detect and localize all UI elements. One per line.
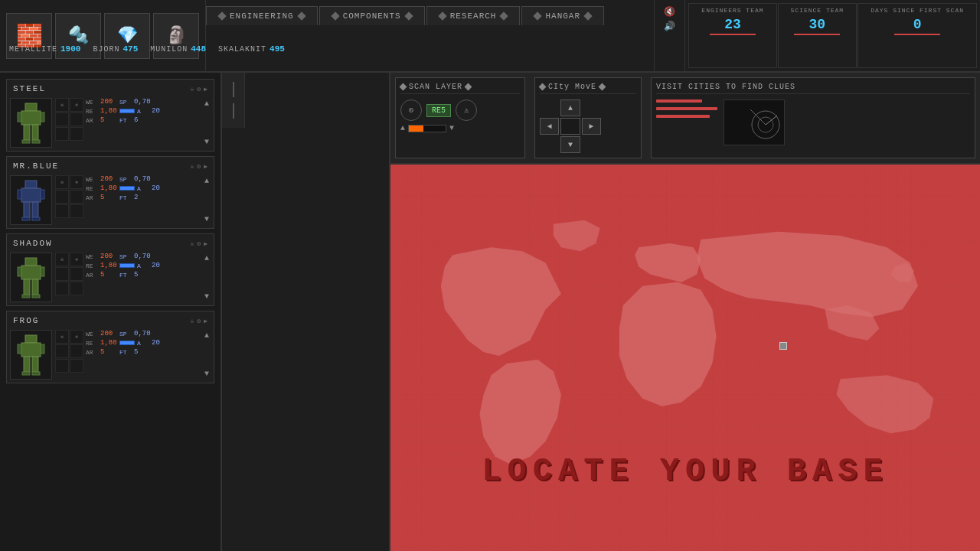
mech-body-shadow: ☠ ✛ WE 200 SP 0,70 RE 1 — [10, 253, 211, 302]
world-map[interactable]: LOCATE YOUR BASE — [390, 165, 980, 551]
svg-rect-17 — [21, 266, 41, 279]
stat-science-team: SCIENCE TEAM 30 — [778, 3, 858, 68]
mech-bar — [119, 341, 135, 345]
mech-down-arrow[interactable]: ▼ — [204, 138, 209, 146]
mech-stats-steel: WE 200 SP 0,70 RE 1,80 A 20 AR 5 — [86, 98, 200, 148]
mech-stat-row: AR 5 FT 2 — [86, 194, 200, 201]
res-bjorn: BJORN 475 — [87, 44, 144, 54]
dpad-left[interactable]: ◄ — [540, 118, 559, 135]
middle-panel — [222, 73, 390, 551]
scan-globe-button[interactable]: ⊙ — [400, 99, 422, 121]
dpad-empty — [582, 136, 601, 153]
svg-rect-0 — [25, 103, 37, 111]
stat-bar-science — [794, 34, 840, 35]
mech-icons-steel: ☠ ⚙ ▶ — [191, 86, 207, 93]
grid-cell — [55, 190, 69, 204]
grid-cell — [70, 282, 83, 295]
grid-cell: ✛ — [70, 175, 83, 189]
mech-gear-steel: ⚙ — [197, 86, 201, 93]
scan-icons: ⊙ RE5 ⚠ — [400, 99, 520, 121]
mech-grid-shadow: ☠ ✛ — [55, 253, 83, 298]
dpad-empty — [540, 136, 559, 153]
stat-bar-engineers — [710, 34, 756, 35]
mech-card-frog: FROG ☠ ⚙ ▶ — [6, 311, 214, 383]
dpad-right[interactable]: ► — [582, 118, 601, 135]
clues-lines — [656, 99, 717, 145]
mech-gear-mrblue: ⚙ — [197, 163, 201, 170]
mech-stat-row: WE 200 SP 0,70 — [86, 253, 200, 260]
scan-progress-fill — [409, 126, 423, 132]
tab-components[interactable]: COMPONENTS — [319, 6, 425, 25]
dpad-center[interactable] — [560, 118, 580, 135]
mech-card-shadow: SHADOW ☠ ⚙ ▶ — [6, 233, 214, 306]
mech-svg-shadow — [14, 256, 48, 298]
svg-rect-16 — [25, 258, 37, 266]
scan-arrow-down[interactable]: ▼ — [449, 124, 454, 132]
mech-stat-row: RE 1,80 A 20 — [86, 339, 200, 347]
mech-stat-row: RE 1,80 A 20 — [86, 262, 200, 269]
city-move-panel: CIty MovE ▲ ◄ ► ▼ — [534, 77, 642, 158]
svg-rect-4 — [24, 125, 30, 140]
right-panel: SCAN LAYER ⊙ RE5 ⚠ ▲ ▼ — [390, 73, 980, 551]
mech-up-arrow[interactable]: ▲ — [204, 99, 209, 108]
mech-down-arrow[interactable]: ▼ — [204, 215, 209, 223]
mech-down-arrow[interactable]: ▼ — [204, 370, 209, 378]
svg-rect-19 — [41, 267, 44, 276]
mech-bar — [119, 109, 135, 113]
tab-hangar[interactable]: HANGAR — [521, 6, 604, 25]
mech-svg-frog — [14, 334, 48, 376]
tab-engineering[interactable]: ENGINEERING — [206, 6, 318, 25]
mech-body-frog: ☠ ✛ WE 200 SP 0,70 RE 1 — [10, 330, 211, 380]
mech-skull-shadow: ☠ — [191, 240, 194, 247]
scan-warning-button[interactable]: ⚠ — [456, 99, 477, 121]
grid-cell — [70, 344, 83, 358]
mech-up-arrow[interactable]: ▲ — [204, 177, 209, 185]
scan-progress-bar — [408, 125, 446, 132]
mech-up-arrow[interactable]: ▲ — [204, 254, 209, 262]
mech-sprite-shadow — [10, 253, 52, 302]
mech-icons-shadow: ☠ ⚙ ▶ — [191, 240, 207, 247]
dpad-up[interactable]: ▲ — [560, 99, 580, 116]
mech-header-mrblue: MR.BLUE ☠ ⚙ ▶ — [10, 160, 211, 172]
mech-up-arrow[interactable]: ▲ — [204, 331, 209, 340]
mech-grid-steel: ☠ ✛ — [55, 98, 83, 144]
svg-rect-18 — [18, 267, 21, 276]
vertical-divider — [222, 73, 245, 128]
svg-rect-15 — [32, 217, 40, 220]
tab-research[interactable]: RESEARCH — [426, 6, 521, 25]
mech-stat-row: AR 5 FT 5 — [86, 348, 200, 356]
grid-cell — [55, 127, 69, 141]
clue-line-1 — [656, 99, 702, 103]
mech-arrows-steel: ▲ ▼ — [203, 98, 211, 148]
mech-sprite-steel — [10, 98, 52, 148]
mech-warning-mrblue: ▶ — [204, 163, 207, 170]
mech-stat-row: RE 1,80 A 20 — [86, 184, 200, 192]
mech-stat-row: AR 5 FT 5 — [86, 271, 200, 279]
clues-image — [724, 99, 785, 145]
mech-gear-shadow: ⚙ — [197, 240, 201, 247]
svg-rect-9 — [21, 188, 41, 202]
mech-header-frog: FROG ☠ ⚙ ▶ — [10, 315, 211, 327]
mech-warning-steel: ▶ — [204, 86, 207, 93]
mech-svg-steel — [14, 102, 48, 144]
mech-stat-row: RE 1,80 A 20 — [86, 107, 200, 115]
grid-cell — [55, 282, 69, 295]
mech-arrows-shadow: ▲ ▼ — [203, 253, 211, 302]
grid-cell — [55, 267, 69, 281]
city-move-title: CIty MovE — [540, 83, 636, 94]
scan-arrow-up[interactable]: ▲ — [400, 124, 405, 132]
scan-layer-diamond-right — [465, 83, 472, 91]
svg-rect-27 — [41, 344, 44, 354]
svg-rect-21 — [32, 279, 38, 295]
dpad-down[interactable]: ▼ — [560, 136, 580, 153]
resource-labels: METALLITE 1900 BJORN 475 MUNILON 448 SKA… — [3, 44, 291, 57]
svg-rect-25 — [21, 343, 41, 357]
scan-layer-diamond — [400, 83, 407, 91]
scan-badge: RE5 — [426, 104, 451, 117]
svg-rect-30 — [22, 372, 30, 375]
svg-rect-6 — [22, 140, 30, 143]
svg-rect-23 — [32, 295, 40, 298]
grid-cell — [70, 359, 83, 373]
divider-mark — [233, 103, 234, 119]
mech-down-arrow[interactable]: ▼ — [204, 292, 209, 301]
